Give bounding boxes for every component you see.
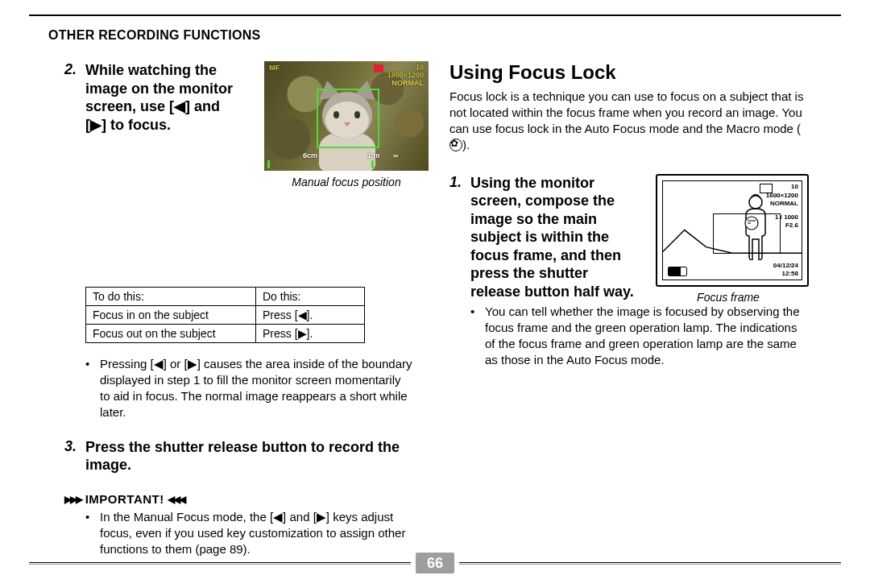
bullet-text: Pressing [◀] or [▶] causes the area insi…	[100, 356, 414, 420]
ff-osd-count: 10	[791, 183, 798, 190]
para-tail: ).	[462, 138, 470, 151]
focus-frame-figure: 10 1600×1200 NORMAL 1 / 1000 F2.6 04/12/…	[648, 174, 809, 304]
osd-scale-b: 1 m	[367, 151, 380, 159]
osd-normal: NORMAL	[392, 79, 425, 87]
table-row: Focus in on the subject Press [◀].	[86, 306, 365, 325]
page-header: OTHER RECORDING FUNCTIONS	[48, 28, 261, 43]
table-header-todo: To do this:	[86, 288, 256, 306]
important-heading: ▶▶▶ IMPORTANT! ◀◀◀	[64, 492, 414, 506]
top-border	[29, 14, 841, 16]
step-3-text: Press the shutter release button to reco…	[85, 438, 414, 474]
focus-frame-caption: Focus frame	[648, 291, 809, 304]
bullet-dot: •	[470, 304, 485, 368]
monitor-preview-caption: Manual focus position	[264, 176, 429, 188]
focus-frame-rect	[713, 213, 781, 254]
step-1-number: 1.	[450, 174, 470, 301]
page-number: 66	[416, 553, 454, 574]
ff-osd-size: 1600×1200	[766, 192, 798, 199]
ff-osd-shutter: 1 / 1000	[775, 213, 798, 221]
table-cell: Press [▶].	[256, 325, 365, 343]
page-footer: 66	[29, 553, 841, 574]
ff-osd-date: 04/12/24	[773, 262, 798, 269]
osd-mf: MF	[269, 64, 280, 72]
osd-count: 10	[416, 63, 424, 71]
step-3-number: 3.	[64, 438, 85, 474]
important-bullet-text: In the Manual Focus mode, the [◀] and [▶…	[100, 509, 414, 557]
section-heading: Using Focus Lock	[450, 61, 809, 84]
macro-flower-icon	[450, 139, 462, 151]
table-cell: Press [◀].	[256, 306, 365, 325]
ff-osd-time: 12:58	[782, 270, 798, 277]
step-1-text: Using the monitor screen, compose the im…	[470, 174, 640, 301]
ff-osd-f: F2.6	[785, 222, 798, 229]
bullet-dot: •	[85, 509, 100, 557]
important-label: IMPORTANT!	[85, 492, 164, 506]
bullet-text: You can tell whether the image is focuse…	[485, 304, 809, 368]
section-paragraph: Focus lock is a technique you can use to…	[450, 89, 809, 153]
focus-controls-table: To do this: Do this: Focus in on the sub…	[85, 287, 365, 343]
table-header-dothis: Do this:	[256, 288, 365, 306]
table-cell: Focus in on the subject	[86, 306, 256, 325]
ff-osd-normal: NORMAL	[770, 200, 798, 207]
step-2-text: While watching the image on the monitor …	[85, 61, 238, 134]
right-column: Using Focus Lock Focus lock is a techniq…	[429, 61, 809, 557]
table-row: Focus out on the subject Press [▶].	[86, 325, 365, 343]
osd-scale-a: 6cm	[303, 151, 317, 159]
bullet-dot: •	[85, 356, 100, 420]
step-2-number: 2.	[64, 61, 85, 134]
para-text: Focus lock is a technique you can use to…	[450, 89, 803, 135]
table-cell: Focus out on the subject	[86, 325, 256, 343]
monitor-preview-image: MF 10 1600×1200 NORMAL 6cm 1 m ∞	[264, 61, 429, 171]
focus-frame-image: 10 1600×1200 NORMAL 1 / 1000 F2.6 04/12/…	[656, 174, 809, 287]
osd-size: 1600×1200	[387, 71, 424, 79]
osd-scale-c: ∞	[393, 151, 398, 159]
monitor-preview-figure: MF 10 1600×1200 NORMAL 6cm 1 m ∞ Manual …	[264, 61, 429, 190]
left-column: 2. While watching the image on the monit…	[64, 61, 429, 557]
